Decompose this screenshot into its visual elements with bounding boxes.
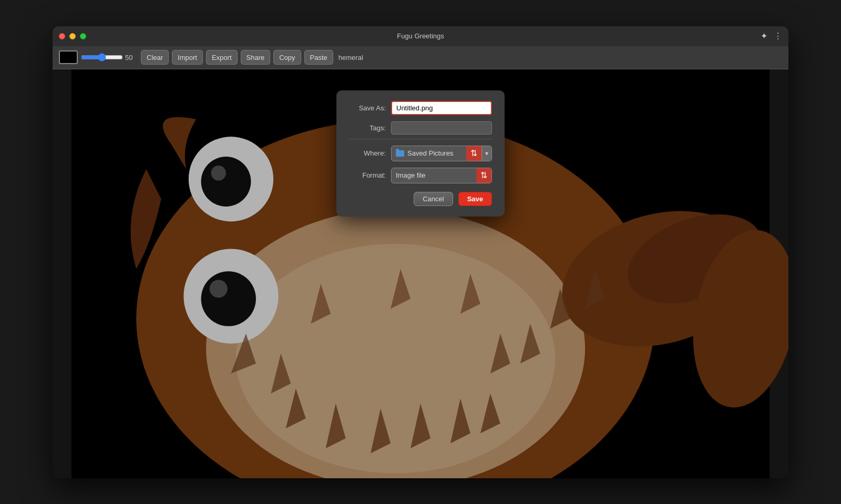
minimize-button[interactable] <box>69 33 76 39</box>
dialog-buttons: Cancel Save <box>349 192 492 206</box>
where-label: Where: <box>349 149 386 157</box>
window-title: Fugu Greetings <box>397 32 444 40</box>
dialog-overlay: Save As: Tags: Where: Saved Pictures <box>53 69 788 478</box>
size-slider[interactable] <box>81 53 123 61</box>
slider-value: 50 <box>125 54 138 61</box>
where-select-container[interactable]: Saved Pictures ⇅ ▾ <box>391 146 492 161</box>
where-select-inner: Saved Pictures <box>392 147 466 159</box>
toolbar: 50 Clear Import Export Share Copy Paste … <box>53 46 788 69</box>
clear-button[interactable]: Clear <box>141 50 169 65</box>
format-row: Format: Image file ⇅ <box>349 168 492 183</box>
titlebar-right: ✦ ⋮ <box>761 31 782 41</box>
copy-button[interactable]: Copy <box>273 50 301 65</box>
save-dialog: Save As: Tags: Where: Saved Pictures <box>336 90 505 217</box>
tags-row: Tags: <box>349 121 492 139</box>
where-stepper-button[interactable]: ⇅ <box>466 146 481 161</box>
save-as-input[interactable] <box>391 101 492 115</box>
format-select-container[interactable]: Image file ⇅ <box>391 168 492 183</box>
close-button[interactable] <box>59 33 65 39</box>
share-button[interactable]: Share <box>241 50 271 65</box>
canvas-area[interactable]: Save As: Tags: Where: Saved Pictures <box>53 69 788 478</box>
paste-button[interactable]: Paste <box>304 50 333 65</box>
slider-container: 50 <box>81 53 138 61</box>
export-button[interactable]: Export <box>206 50 238 65</box>
app-window: Fugu Greetings ✦ ⋮ 50 Clear Import Expor… <box>53 26 788 478</box>
ephemeral-label: hemeral <box>339 54 363 61</box>
traffic-lights <box>59 33 86 39</box>
more-options-icon[interactable]: ⋮ <box>774 31 782 41</box>
format-stepper-button[interactable]: ⇅ <box>476 168 491 183</box>
format-label: Format: <box>349 171 386 179</box>
where-value: Saved Pictures <box>407 149 453 157</box>
titlebar: Fugu Greetings ✦ ⋮ <box>53 26 788 46</box>
cancel-button[interactable]: Cancel <box>414 192 453 206</box>
tags-label: Tags: <box>349 124 386 132</box>
extensions-icon[interactable]: ✦ <box>761 31 767 41</box>
save-button[interactable]: Save <box>458 192 492 206</box>
color-swatch[interactable] <box>59 50 78 64</box>
import-button[interactable]: Import <box>172 50 203 65</box>
where-row: Where: Saved Pictures ⇅ ▾ <box>349 146 492 161</box>
folder-icon <box>396 150 404 157</box>
save-as-label: Save As: <box>349 104 386 112</box>
where-expand-button[interactable]: ▾ <box>481 146 491 161</box>
format-value: Image file <box>392 169 476 181</box>
save-as-row: Save As: <box>349 101 492 115</box>
tags-input[interactable] <box>391 121 492 135</box>
maximize-button[interactable] <box>80 33 86 39</box>
